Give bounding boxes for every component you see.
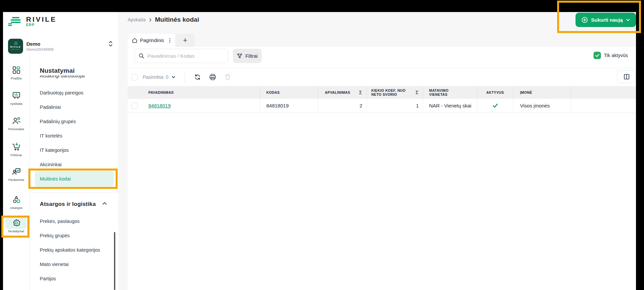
rail-item-label: Pirkimai <box>11 153 22 157</box>
sidebar-item-darbuotoju-pareigos[interactable]: Darbuotojų pareigos <box>40 90 84 95</box>
trash-icon <box>224 73 231 81</box>
refresh-icon[interactable] <box>194 73 201 81</box>
cell-imone: Visos įmonės <box>513 99 571 112</box>
column-header-imone[interactable]: ĮMONĖ <box>513 86 571 99</box>
table-header-row: PAVADINIMAS KODAS APVALINIMAS Σ KIEKIO K… <box>128 86 636 99</box>
cell-empty <box>571 99 636 112</box>
check-icon <box>493 103 498 108</box>
dashboard-icon <box>12 66 21 74</box>
sidebar-item-padaliniai[interactable]: Padaliniai <box>40 104 61 110</box>
breadcrumb: Apskaita Muitinės kodai <box>128 16 199 23</box>
home-icon <box>132 38 137 43</box>
brand-name: RIVILE <box>26 16 57 23</box>
add-tab-button[interactable]: + <box>176 34 195 47</box>
sidebar-item-pirkimai[interactable]: Pirkimai <box>3 142 29 163</box>
sidebar-item-partijos[interactable]: Partijos <box>40 276 56 281</box>
tab-label: Pagrindinis <box>140 38 164 43</box>
app-window: RIVILE ERP RIVILE ERP demo Demo Demo2024… <box>0 0 644 290</box>
sidebar-section-divider <box>32 193 118 193</box>
highlight-box-nustatymai <box>1 216 29 238</box>
sidebar-item-pardavimai[interactable]: Pardavimai <box>3 167 29 188</box>
avatar-sub-text: ERP demo <box>11 49 20 50</box>
print-icon[interactable] <box>209 73 216 81</box>
filters-button[interactable]: Filtrai <box>233 49 262 63</box>
cell-kiekio-koef: 1 <box>367 99 423 112</box>
search-box[interactable] <box>134 49 228 63</box>
account-avatar: RIVILE ERP demo <box>8 39 23 54</box>
tab-pagrindinis[interactable]: Pagrindinis ⋮ <box>128 34 174 47</box>
sales-person-chart-icon <box>12 167 21 176</box>
selection-toolbar: Pasirinkta: 0 <box>131 70 239 84</box>
breadcrumb-parent[interactable]: Apskaita <box>128 17 146 22</box>
sidebar-item-akcininkai[interactable]: Akcininkai <box>40 162 61 167</box>
row-link-pavadinimas[interactable]: 84818019 <box>148 103 171 108</box>
rail-item-label: Personalas <box>8 127 24 131</box>
column-settings-button[interactable] <box>617 70 636 83</box>
brand-product: ERP <box>26 23 57 27</box>
sidebar-section-title-inventory: Atsargos ir logistika <box>40 201 96 208</box>
sidebar-item-prekiu-apskaitos-kategorijos[interactable]: Prekių apskaitos kategorijos <box>40 247 100 253</box>
toolbar-divider <box>185 71 185 83</box>
search-input[interactable] <box>147 53 224 59</box>
highlight-box-muitines-kodai <box>28 169 118 189</box>
cell-kodas: 84818019 <box>260 99 318 112</box>
column-header-kiekio-koef[interactable]: KIEKIO KOEF. NUO NETO SVORIO Σ <box>367 86 423 99</box>
sidebar-item-apskaita[interactable]: Apskaita <box>3 91 29 112</box>
account-name: Demo <box>26 41 54 47</box>
sidebar-item-mato-vienetai[interactable]: Mato vienetai <box>40 262 69 267</box>
sidebar-item-atsakingi-darbuotojai[interactable]: Atsakingi darbuotojai <box>40 75 107 80</box>
cart-icon <box>12 142 21 151</box>
column-header-empty <box>571 86 636 99</box>
sidebar-item-prekes-paslaugos[interactable]: Prekės, paslaugos <box>40 219 80 224</box>
chevron-right-icon <box>149 18 152 22</box>
row-checkbox[interactable] <box>131 102 138 109</box>
sigma-icon: Σ <box>415 90 423 94</box>
sidebar-item-it-korteles[interactable]: IT kortelės <box>40 133 62 138</box>
funnel-icon <box>237 53 242 59</box>
column-header-kodas[interactable]: KODAS <box>260 86 318 99</box>
card-divider <box>128 68 636 68</box>
kebab-menu-icon[interactable]: ⋮ <box>167 37 172 43</box>
logo-bars-icon <box>8 16 22 26</box>
rail-item-label: Atsargos <box>10 206 23 210</box>
avatar-brand-text: RIVILE <box>10 46 21 48</box>
people-icon <box>12 116 21 125</box>
app-logo: RIVILE ERP <box>8 15 75 28</box>
sidebar-section-title: Nustatymai <box>40 67 75 74</box>
account-switcher[interactable]: RIVILE ERP demo Demo Demo20240906 <box>8 38 115 54</box>
cell-aktyvus <box>477 99 513 112</box>
page-title: Muitinės kodai <box>155 16 199 23</box>
column-header-aktyvus[interactable]: AKTYVUS <box>477 86 513 99</box>
cell-matavimo-vienetas: NAR - Vienetų skai <box>423 99 477 112</box>
rail-item-label: Pradžia <box>11 76 21 80</box>
cell-apvalinimas: 2 <box>318 99 367 112</box>
sidebar-item-padaliniu-grupes[interactable]: Padalinių grupės <box>40 119 76 124</box>
rail-item-label: Pardavimai <box>8 178 24 182</box>
sidebar-item-it-kategorijos[interactable]: IT kategorijos <box>40 148 69 153</box>
accounting-board-icon <box>12 91 21 100</box>
swap-vertical-icon[interactable] <box>108 40 113 47</box>
select-all-checkbox[interactable] <box>131 74 138 80</box>
sidebar-scrollbar[interactable] <box>114 232 115 290</box>
filters-label: Filtrai <box>245 53 258 59</box>
sigma-icon: Σ <box>359 90 366 94</box>
account-code: Demo20240906 <box>26 47 54 51</box>
table-row[interactable]: 84818019 84818019 2 1 NAR - Vienetų skai… <box>128 99 636 113</box>
checkbox-checked-icon[interactable] <box>594 52 601 59</box>
column-header-pavadinimas[interactable]: PAVADINIMAS <box>128 86 260 99</box>
active-only-label: Tik aktyvūs <box>604 53 628 58</box>
active-only-toggle[interactable]: Tik aktyvūs <box>594 52 628 59</box>
search-icon <box>139 53 144 59</box>
chevron-up-icon[interactable] <box>102 202 107 205</box>
sidebar-item-atsargos[interactable]: Atsargos <box>3 195 29 216</box>
sidebar-item-prekiu-grupes[interactable]: Prekių grupės <box>40 233 70 238</box>
sidebar-item-pradzia[interactable]: Pradžia <box>3 66 29 86</box>
chevron-down-icon[interactable] <box>171 76 175 78</box>
columns-icon <box>624 74 630 80</box>
shapes-icon <box>12 195 21 204</box>
column-header-apvalinimas[interactable]: APVALINIMAS Σ <box>318 86 367 99</box>
sidebar-item-personalas[interactable]: Personalas <box>3 116 29 137</box>
highlight-box-create-button <box>557 1 641 33</box>
selected-count-label: Pasirinkta: 0 <box>143 74 168 80</box>
column-header-matavimo-vienetas[interactable]: MATAVIMO VIENETAS <box>423 86 477 99</box>
